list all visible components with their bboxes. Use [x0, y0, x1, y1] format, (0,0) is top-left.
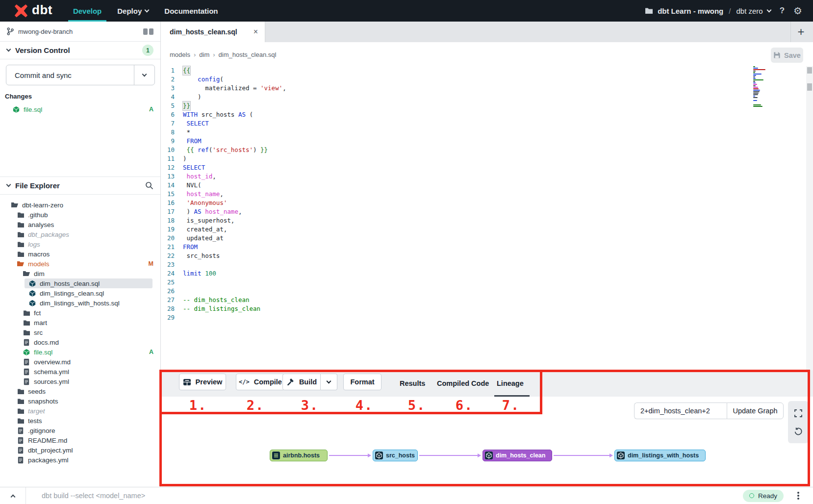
version-control-header[interactable]: Version Control 1 [0, 42, 160, 59]
tree-item-dim[interactable]: dim [0, 269, 160, 278]
gear-icon[interactable]: ⚙ [793, 6, 802, 16]
compile-button[interactable]: </> Compile [236, 374, 285, 390]
line-number: 10 [161, 146, 183, 154]
tree-item-analyses[interactable]: analyses [0, 220, 160, 229]
account-selector[interactable]: dbt Learn - mwong / dbt zero [645, 7, 771, 15]
tree-item-name: src [34, 329, 43, 336]
line-number: 9 [161, 137, 183, 146]
tree-item-logs[interactable]: logs [0, 239, 160, 249]
tab-lineage[interactable]: Lineage [497, 370, 524, 397]
tree-item-overview-md[interactable]: overview.md [0, 357, 160, 367]
search-icon[interactable] [145, 181, 153, 190]
lineage-node-airbnb-hosts[interactable]: airbnb.hosts [270, 450, 328, 461]
tree-item-dbt-packages[interactable]: dbt_packages [0, 229, 160, 239]
folder-open-icon [11, 202, 19, 208]
update-graph-button[interactable]: Update Graph [727, 403, 784, 419]
breadcrumb-dim[interactable]: dim [199, 51, 209, 58]
tree-item-mart[interactable]: mart [0, 318, 160, 328]
tab-compiled-code[interactable]: Compiled Code [437, 370, 489, 397]
line-number: 13 [161, 172, 183, 181]
save-button[interactable]: Save [771, 48, 803, 63]
format-button[interactable]: Format [343, 374, 381, 390]
model-icon [28, 280, 36, 287]
tree-item-dim-listings-clean-sql[interactable]: dim_listings_clean.sql [0, 288, 160, 298]
git-status-badge: M [149, 260, 153, 267]
model-cube-icon [375, 452, 383, 459]
line-number: 23 [161, 260, 183, 269]
tree-item-name: models [28, 260, 50, 268]
tree-item-packages-yml[interactable]: packages.yml [0, 455, 160, 465]
folder-icon [17, 388, 25, 395]
lineage-node-dim-hosts-clean[interactable]: dim_hosts_clean [483, 450, 552, 461]
code-line: 3 materialized = 'view', [161, 84, 800, 93]
tab-results[interactable]: Results [400, 370, 425, 397]
tab-title: dim_hosts_clean.sql [170, 28, 237, 36]
code-line: 15 host_name, [161, 190, 800, 199]
tree-item-name: dim_listings_with_hosts.sql [40, 300, 120, 307]
tree-item-docs-md[interactable]: docs.md [0, 337, 160, 347]
preview-button[interactable]: Preview [179, 374, 226, 390]
environment-name: dbt zero [736, 7, 762, 15]
tab-bar: dim_hosts_clean.sql × + [161, 22, 813, 42]
action-toolbar: Preview </> Compile Build Format Results… [161, 370, 813, 397]
tree-item-target[interactable]: target [0, 406, 160, 416]
changed-file-row[interactable]: file.sql A [0, 104, 160, 115]
tree-item-dbt-learn-zero[interactable]: dbt-learn-zero [0, 200, 160, 210]
build-options-dropdown[interactable] [321, 374, 337, 390]
tree-item-macros[interactable]: macros [0, 249, 160, 259]
tree-item-readme-md[interactable]: README.md [0, 435, 160, 445]
lineage-node-dim-listings-with-hosts[interactable]: dim_listings_with_hosts [614, 450, 706, 461]
git-status-badge: A [149, 349, 153, 355]
kebab-menu-icon[interactable] [797, 495, 799, 497]
collapse-panel-icon[interactable] [0, 493, 25, 499]
tree-item--github[interactable]: .github [0, 210, 160, 220]
docs-icon[interactable] [143, 28, 153, 35]
tree-item-models[interactable]: modelsM [0, 259, 160, 269]
doc-icon [17, 437, 25, 444]
doc-icon [17, 447, 25, 454]
breadcrumb-models[interactable]: models [170, 51, 190, 58]
lineage-edge [419, 455, 478, 456]
tree-item--gitignore[interactable]: .gitignore [0, 426, 160, 435]
doc-icon [17, 456, 25, 464]
code-icon: </> [239, 378, 250, 385]
fullscreen-icon[interactable] [794, 409, 803, 418]
tree-item-dbt-project-yml[interactable]: dbt_project.yml [0, 445, 160, 455]
code-line: 10 {{ ref('src_hosts') }} [161, 146, 800, 154]
tree-item-tests[interactable]: tests [0, 416, 160, 426]
new-tab-button[interactable]: + [790, 22, 811, 42]
tree-item-name: logs [28, 241, 40, 248]
minimap[interactable] [753, 66, 767, 109]
file-explorer-header[interactable]: File Explorer [0, 177, 160, 195]
tree-item-src[interactable]: src [0, 328, 160, 337]
top-nav: dbt Develop Deploy Documentation dbt Lea… [0, 0, 813, 22]
dbt-logo[interactable]: dbt [0, 3, 65, 18]
nav-deploy[interactable]: Deploy [109, 0, 156, 22]
line-number: 26 [161, 287, 183, 296]
breadcrumb-file[interactable]: dim_hosts_clean.sql [219, 51, 277, 58]
tree-item-dim-hosts-clean-sql[interactable]: dim_hosts_clean.sql [0, 278, 160, 288]
tree-item-sources-yml[interactable]: sources.yml [0, 377, 160, 386]
lineage-filter-input[interactable] [634, 403, 727, 419]
tree-item-file-sql[interactable]: file.sqlA [0, 347, 160, 357]
branch-row[interactable]: mwong-dev-branch [0, 22, 160, 42]
reset-view-icon[interactable] [794, 427, 803, 436]
line-number: 11 [161, 154, 183, 163]
tree-item-fct[interactable]: fct [0, 308, 160, 318]
tree-item-seeds[interactable]: seeds [0, 386, 160, 396]
commit-options-dropdown[interactable] [134, 65, 154, 85]
tree-item-dim-listings-with-hosts-sql[interactable]: dim_listings_with_hosts.sql [0, 298, 160, 308]
tree-item-schema-yml[interactable]: schema.yml [0, 367, 160, 377]
commit-and-sync-button[interactable]: Commit and sync [6, 65, 155, 85]
build-button[interactable]: Build [282, 374, 321, 390]
line-number: 2 [161, 75, 183, 84]
nav-documentation[interactable]: Documentation [156, 0, 226, 22]
lineage-node-src-hosts[interactable]: src_hosts [373, 450, 418, 461]
tab-dim-hosts-clean[interactable]: dim_hosts_clean.sql × [161, 22, 265, 42]
command-input[interactable] [26, 492, 743, 500]
code-line: 18 is_superhost, [161, 216, 800, 225]
tree-item-snapshots[interactable]: snapshots [0, 396, 160, 406]
help-button[interactable]: ? [778, 6, 787, 16]
nav-develop[interactable]: Develop [65, 0, 109, 22]
close-tab-icon[interactable]: × [254, 27, 258, 36]
